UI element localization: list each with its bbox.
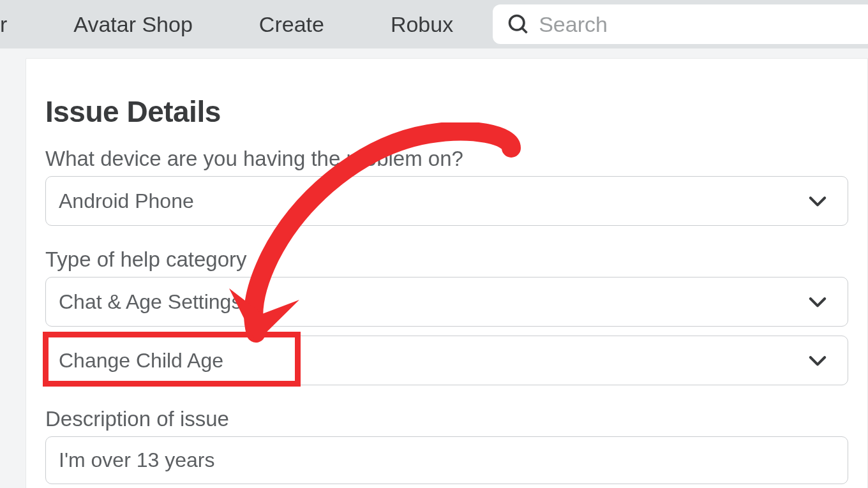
svg-line-1 <box>522 28 527 33</box>
description-textarea[interactable]: I'm over 13 years <box>45 436 848 484</box>
category-select[interactable]: Chat & Age Settings <box>45 277 848 327</box>
nav-item-create[interactable]: Create <box>226 12 357 37</box>
device-select-value: Android Phone <box>59 189 194 213</box>
page-body: Issue Details What device are you having… <box>0 48 868 488</box>
chevron-down-icon <box>805 290 830 314</box>
form-card: Issue Details What device are you having… <box>26 58 868 488</box>
subcategory-select[interactable]: Change Child Age <box>45 336 848 385</box>
search-container[interactable] <box>493 4 868 44</box>
nav-item-avatar-shop[interactable]: Avatar Shop <box>40 12 226 37</box>
nav-item-partial[interactable]: r <box>0 12 40 37</box>
page-title: Issue Details <box>45 94 848 129</box>
category-label: Type of help category <box>45 248 848 272</box>
chevron-down-icon <box>805 348 830 373</box>
description-value: I'm over 13 years <box>59 448 214 471</box>
search-icon <box>507 13 530 36</box>
category-select-value: Chat & Age Settings <box>59 290 241 314</box>
device-select[interactable]: Android Phone <box>45 176 848 226</box>
search-input[interactable] <box>539 12 860 37</box>
svg-point-0 <box>510 16 525 31</box>
description-label: Description of issue <box>45 407 848 431</box>
subcategory-select-value: Change Child Age <box>59 349 223 373</box>
top-navbar: r Avatar Shop Create Robux <box>0 0 868 48</box>
chevron-down-icon <box>805 189 830 213</box>
nav-item-robux[interactable]: Robux <box>357 12 486 37</box>
device-label: What device are you having the problem o… <box>45 147 848 171</box>
